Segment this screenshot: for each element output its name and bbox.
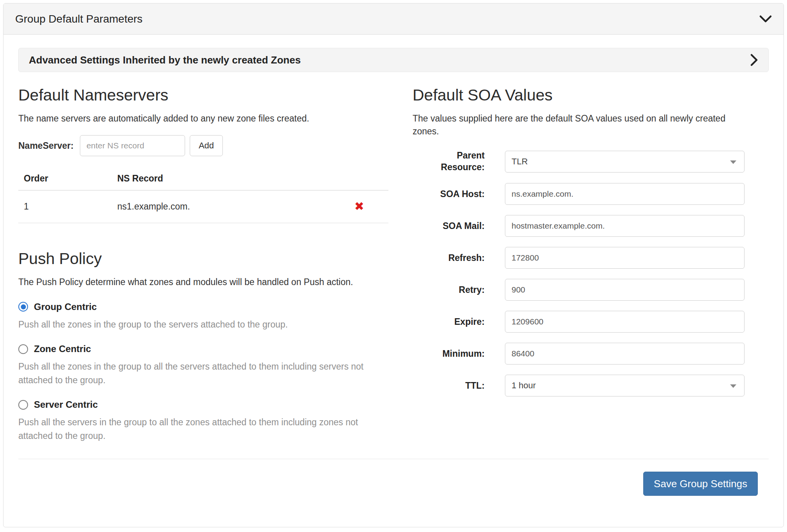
default-nameservers-description: The name servers are automatically added…: [18, 112, 388, 125]
dropdown-caret-icon: [730, 384, 736, 388]
expire-label: Expire:: [413, 316, 485, 328]
soa-mail-input[interactable]: [505, 215, 745, 237]
radio-button-icon[interactable]: [18, 344, 28, 354]
retry-input[interactable]: [505, 279, 745, 301]
nameserver-input[interactable]: [80, 135, 185, 156]
soa-form: Parent Resource: TLR SOA Host:: [413, 150, 745, 397]
advanced-settings-expander[interactable]: Advanced Settings Inherited by the newly…: [18, 48, 769, 72]
panel-body: Advanced Settings Inherited by the newly…: [4, 35, 783, 504]
soa-host-input[interactable]: [505, 183, 745, 205]
panel-header-collapse-toggle[interactable]: Group Default Parameters: [4, 4, 783, 35]
table-header-order: Order: [18, 169, 112, 190]
ns-record-value: ns1.example.com.: [112, 190, 330, 223]
default-nameservers-title: Default Nameservers: [18, 86, 388, 104]
radio-group-centric[interactable]: Group Centric: [18, 301, 388, 312]
save-group-settings-button[interactable]: Save Group Settings: [643, 472, 758, 496]
add-nameserver-button[interactable]: Add: [190, 135, 223, 156]
soa-host-label: SOA Host:: [413, 188, 485, 200]
advanced-settings-title: Advanced Settings Inherited by the newly…: [29, 54, 301, 66]
push-policy-description: The Push Policy determine what zones and…: [18, 276, 388, 289]
default-soa-values-description: The values supplied here are the default…: [413, 112, 745, 138]
zone-centric-description: Push all the zones in the group to all t…: [18, 360, 388, 387]
nameserver-label: NameServer:: [18, 141, 74, 151]
soa-mail-label: SOA Mail:: [413, 220, 485, 232]
expire-input[interactable]: [505, 311, 745, 333]
default-soa-values-section: Default SOA Values The values supplied h…: [388, 86, 769, 442]
panel-title: Group Default Parameters: [15, 13, 143, 25]
nameserver-table: Order NS Record 1 ns1.example.com. ✖: [18, 169, 388, 223]
radio-zone-centric[interactable]: Zone Centric: [18, 344, 388, 354]
default-nameservers-section: Default Nameservers The name servers are…: [18, 86, 388, 442]
parent-resource-value: TLR: [512, 157, 528, 167]
ttl-value: 1 hour: [512, 381, 536, 391]
ns-order-value: 1: [18, 190, 112, 223]
group-centric-description: Push all the zones in the group to the s…: [18, 318, 388, 331]
default-soa-values-title: Default SOA Values: [413, 86, 745, 104]
chevron-right-icon[interactable]: [750, 54, 758, 66]
radio-group-centric-label[interactable]: Group Centric: [34, 301, 97, 312]
retry-label: Retry:: [413, 284, 485, 296]
minimum-input[interactable]: [505, 343, 745, 365]
push-policy-title: Push Policy: [18, 250, 388, 268]
radio-server-centric-label[interactable]: Server Centric: [34, 399, 98, 410]
minimum-label: Minimum:: [413, 348, 485, 360]
chevron-down-icon[interactable]: [759, 15, 772, 23]
table-row: 1 ns1.example.com. ✖: [18, 190, 388, 223]
radio-zone-centric-label[interactable]: Zone Centric: [34, 344, 91, 354]
parent-resource-label: Parent Resource:: [413, 150, 485, 173]
radio-server-centric[interactable]: Server Centric: [18, 399, 388, 410]
refresh-label: Refresh:: [413, 252, 485, 264]
table-header-ns-record: NS Record: [112, 169, 330, 190]
radio-button-icon[interactable]: [18, 400, 28, 410]
parent-resource-select[interactable]: TLR: [505, 151, 745, 173]
refresh-input[interactable]: [505, 247, 745, 269]
group-default-parameters-panel: Group Default Parameters Advanced Settin…: [3, 3, 784, 527]
radio-button-icon[interactable]: [18, 302, 28, 312]
delete-nameserver-icon[interactable]: ✖: [354, 201, 364, 212]
ttl-label: TTL:: [413, 380, 485, 392]
dropdown-caret-icon: [730, 160, 736, 164]
server-centric-description: Push all the servers in the group to all…: [18, 416, 388, 442]
ttl-select[interactable]: 1 hour: [505, 375, 745, 396]
